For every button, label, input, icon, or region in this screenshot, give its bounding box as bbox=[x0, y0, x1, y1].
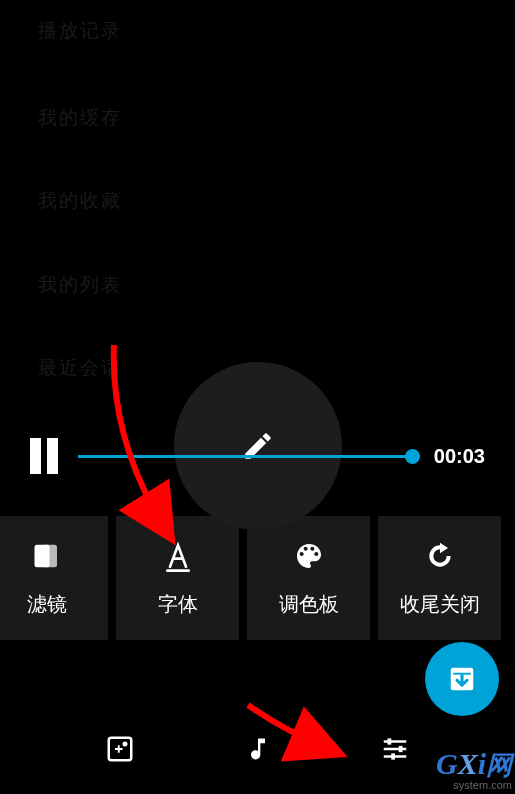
refresh-icon bbox=[423, 539, 457, 573]
svg-rect-10 bbox=[387, 738, 391, 744]
filter-icon bbox=[30, 539, 64, 573]
filter-button[interactable]: 滤镜 bbox=[0, 516, 108, 640]
palette-label: 调色板 bbox=[279, 591, 339, 618]
svg-rect-8 bbox=[384, 748, 407, 751]
menu-item: 最近会话 bbox=[38, 355, 122, 381]
svg-point-6 bbox=[124, 743, 127, 746]
menu-item: 我的缓存 bbox=[38, 105, 122, 131]
palette-icon bbox=[292, 539, 326, 573]
download-icon bbox=[447, 664, 477, 694]
tab-settings[interactable] bbox=[378, 732, 412, 766]
menu-item: 我的收藏 bbox=[38, 188, 122, 214]
svg-rect-12 bbox=[391, 753, 395, 759]
palette-button[interactable]: 调色板 bbox=[247, 516, 370, 640]
watermark: GXi网 system.com bbox=[436, 747, 512, 791]
font-label: 字体 bbox=[158, 591, 198, 618]
sliders-icon bbox=[380, 734, 410, 764]
close-tail-button[interactable]: 收尾关闭 bbox=[378, 516, 501, 640]
download-fab[interactable] bbox=[425, 642, 499, 716]
close-tail-label: 收尾关闭 bbox=[400, 591, 480, 618]
svg-rect-1 bbox=[42, 544, 57, 567]
tab-effects[interactable] bbox=[103, 732, 137, 766]
effects-panel: 滤镜 字体 调色板 收尾关闭 bbox=[0, 516, 510, 640]
time-display: 00:03 bbox=[434, 445, 485, 468]
playback-controls: 00:03 bbox=[0, 438, 515, 474]
progress-slider[interactable] bbox=[78, 455, 416, 458]
sparkle-icon bbox=[105, 734, 135, 764]
pause-button[interactable] bbox=[30, 438, 60, 474]
svg-rect-7 bbox=[384, 740, 407, 743]
menu-item: 我的列表 bbox=[38, 272, 122, 298]
font-icon bbox=[161, 539, 195, 573]
music-icon bbox=[244, 735, 272, 763]
tab-music[interactable] bbox=[241, 732, 275, 766]
font-button[interactable]: 字体 bbox=[116, 516, 239, 640]
filter-label: 滤镜 bbox=[27, 591, 67, 618]
menu-item: 播放记录 bbox=[38, 18, 122, 44]
svg-rect-11 bbox=[399, 746, 403, 752]
